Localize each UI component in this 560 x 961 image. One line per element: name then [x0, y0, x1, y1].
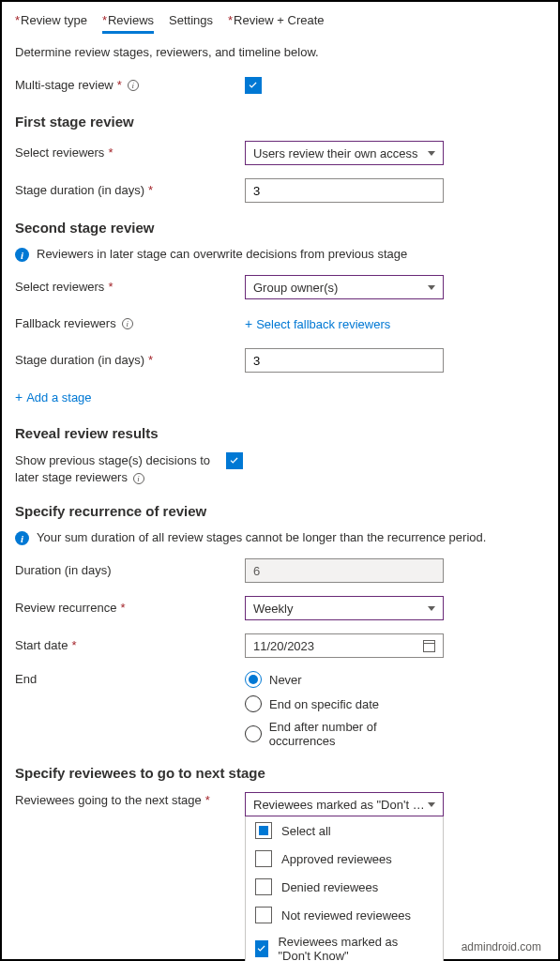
- tab-bar: *Review type *Reviews Settings *Review +…: [15, 9, 545, 34]
- option-select-all[interactable]: Select all: [246, 816, 443, 845]
- label-show-previous: Show previous stage(s) decisions to late…: [15, 452, 226, 486]
- input-total-duration: [245, 558, 444, 583]
- option-approved[interactable]: Approved reviewees: [246, 845, 443, 873]
- label-recurrence: Review recurrence*: [15, 600, 245, 617]
- label-first-reviewers: Select reviewers*: [15, 145, 245, 161]
- label-start-date: Start date*: [15, 637, 245, 654]
- watermark: admindroid.com: [462, 940, 541, 953]
- link-add-stage[interactable]: + Add a stage: [15, 389, 92, 404]
- select-reviewees-next[interactable]: Reviewees marked as "Don't Know": [245, 792, 444, 816]
- input-second-duration[interactable]: [245, 348, 444, 373]
- chevron-down-icon: [428, 606, 435, 611]
- plus-icon: +: [245, 316, 252, 331]
- info-banner-overwrite: i Reviewers in later stage can overwrite…: [15, 247, 545, 262]
- heading-reveal-results: Reveal review results: [15, 425, 545, 441]
- radio-end-never[interactable]: Never: [245, 671, 444, 688]
- heading-second-stage: Second stage review: [15, 220, 545, 236]
- info-icon[interactable]: i: [128, 80, 139, 91]
- option-dont-know[interactable]: Reviewees marked as "Don't Know": [246, 929, 443, 961]
- label-fallback-reviewers: Fallback reviewers i: [15, 315, 245, 332]
- info-icon: i: [15, 531, 29, 545]
- checkbox-denied[interactable]: [255, 878, 272, 895]
- label-first-duration: Stage duration (in days)*: [15, 182, 245, 199]
- tab-settings[interactable]: Settings: [169, 9, 213, 34]
- tab-review-type[interactable]: *Review type: [15, 9, 87, 34]
- select-recurrence[interactable]: Weekly: [245, 596, 444, 620]
- link-select-fallback[interactable]: + Select fallback reviewers: [245, 316, 390, 331]
- chevron-down-icon: [428, 151, 435, 156]
- info-icon[interactable]: i: [122, 318, 133, 329]
- calendar-icon: [423, 640, 435, 652]
- checkbox-select-all[interactable]: [255, 822, 272, 839]
- label-second-reviewers: Select reviewers*: [15, 279, 245, 296]
- checkbox-multi-stage[interactable]: [245, 77, 262, 94]
- checkbox-dont-know[interactable]: [255, 940, 268, 957]
- info-icon: i: [15, 248, 29, 262]
- label-end: End: [15, 671, 245, 688]
- radio-end-specific[interactable]: End on specific date: [245, 695, 444, 712]
- tab-reviews[interactable]: *Reviews: [102, 9, 154, 34]
- info-icon[interactable]: i: [133, 473, 144, 484]
- info-banner-recurrence: i Your sum duration of all review stages…: [15, 530, 545, 545]
- input-first-duration[interactable]: [245, 178, 444, 203]
- heading-recurrence: Specify recurrence of review: [15, 503, 545, 519]
- page-description: Determine review stages, reviewers, and …: [15, 45, 545, 59]
- radio-end-occurrences[interactable]: End after number of occurrences: [245, 720, 444, 748]
- checkbox-show-previous[interactable]: [226, 452, 243, 469]
- checkbox-approved[interactable]: [255, 850, 272, 867]
- select-first-reviewers[interactable]: Users review their own access: [245, 141, 444, 165]
- input-start-date[interactable]: 11/20/2023: [245, 633, 444, 658]
- chevron-down-icon: [428, 285, 435, 290]
- select-second-reviewers[interactable]: Group owner(s): [245, 275, 444, 299]
- plus-icon: +: [15, 389, 23, 404]
- option-not-reviewed[interactable]: Not reviewed reviewees: [246, 901, 443, 929]
- checkbox-not-reviewed[interactable]: [255, 907, 272, 923]
- label-second-duration: Stage duration (in days)*: [15, 352, 245, 369]
- heading-reviewees-next: Specify reviewees to go to next stage: [15, 765, 545, 781]
- chevron-down-icon: [428, 802, 435, 807]
- heading-first-stage: First stage review: [15, 114, 545, 130]
- label-duration: Duration (in days): [15, 562, 245, 579]
- tab-review-create[interactable]: *Review + Create: [228, 9, 325, 34]
- dropdown-reviewees-options: Select all Approved reviewees Denied rev…: [245, 816, 444, 961]
- label-multi-stage: Multi-stage review* i: [15, 77, 245, 94]
- label-reviewees-next: Reviewees going to the next stage*: [15, 792, 245, 809]
- option-denied[interactable]: Denied reviewees: [246, 873, 443, 901]
